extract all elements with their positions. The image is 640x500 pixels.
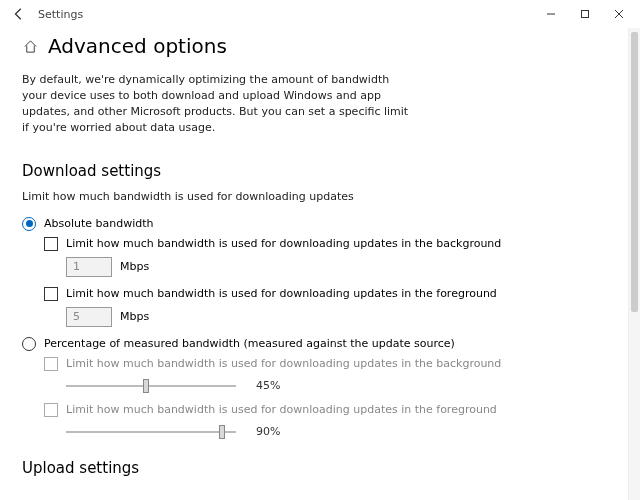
checkbox-download-foreground[interactable]: Limit how much bandwidth is used for dow… xyxy=(44,287,618,301)
scrollbar-thumb[interactable] xyxy=(631,32,638,312)
checkbox-icon xyxy=(44,287,58,301)
checkbox-download-background[interactable]: Limit how much bandwidth is used for dow… xyxy=(44,237,618,251)
radio-absolute-bandwidth[interactable]: Absolute bandwidth xyxy=(22,217,618,231)
vertical-scrollbar[interactable] xyxy=(628,28,640,500)
checkbox-label: Limit how much bandwidth is used for dow… xyxy=(66,237,501,250)
checkbox-icon xyxy=(44,403,58,417)
checkbox-label: Limit how much bandwidth is used for dow… xyxy=(66,403,497,416)
svg-rect-1 xyxy=(582,11,589,18)
titlebar: Settings xyxy=(0,0,640,28)
unit-label: Mbps xyxy=(120,260,149,273)
percent-background-slider xyxy=(66,377,236,395)
checkbox-icon xyxy=(44,237,58,251)
download-sub: Limit how much bandwidth is used for dow… xyxy=(22,190,618,203)
checkbox-label: Limit how much bandwidth is used for dow… xyxy=(66,287,497,300)
radio-label: Absolute bandwidth xyxy=(44,217,154,230)
percent-foreground-value: 90% xyxy=(256,425,286,438)
page-description: By default, we're dynamically optimizing… xyxy=(22,72,412,136)
radio-label: Percentage of measured bandwidth (measur… xyxy=(44,337,455,350)
maximize-button[interactable] xyxy=(568,2,602,26)
close-button[interactable] xyxy=(602,2,636,26)
back-button[interactable] xyxy=(10,5,28,23)
foreground-mbps-input[interactable]: 5 xyxy=(66,307,112,327)
radio-percentage-bandwidth[interactable]: Percentage of measured bandwidth (measur… xyxy=(22,337,618,351)
checkbox-icon xyxy=(44,357,58,371)
percent-background-value: 45% xyxy=(256,379,286,392)
percent-foreground-slider xyxy=(66,423,236,441)
radio-icon xyxy=(22,217,36,231)
app-title: Settings xyxy=(38,8,534,21)
upload-heading: Upload settings xyxy=(22,459,618,477)
checkbox-label: Limit how much bandwidth is used for dow… xyxy=(66,357,501,370)
unit-label: Mbps xyxy=(120,310,149,323)
content-area: Advanced options By default, we're dynam… xyxy=(0,28,640,500)
radio-icon xyxy=(22,337,36,351)
checkbox-percent-background: Limit how much bandwidth is used for dow… xyxy=(44,357,618,371)
home-icon[interactable] xyxy=(22,38,38,54)
background-mbps-input[interactable]: 1 xyxy=(66,257,112,277)
checkbox-percent-foreground: Limit how much bandwidth is used for dow… xyxy=(44,403,618,417)
page-title: Advanced options xyxy=(48,34,227,58)
minimize-button[interactable] xyxy=(534,2,568,26)
download-heading: Download settings xyxy=(22,162,618,180)
